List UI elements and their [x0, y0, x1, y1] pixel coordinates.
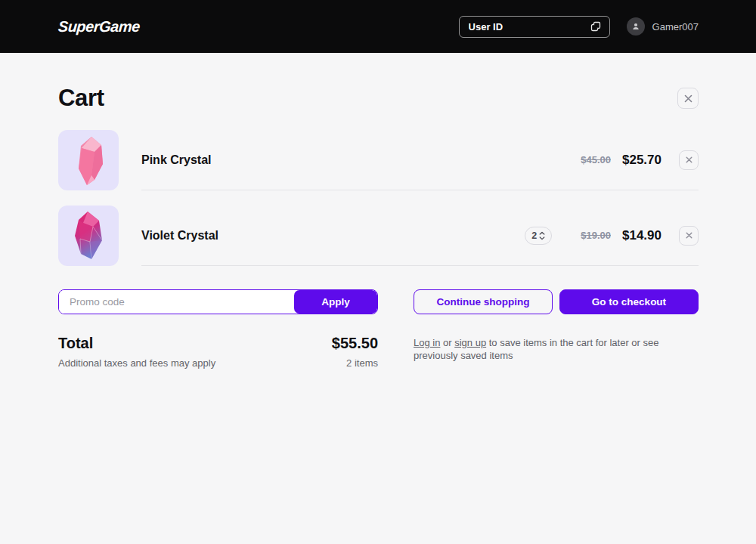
remove-icon: [685, 156, 693, 164]
go-to-checkout-button[interactable]: Go to checkout: [559, 289, 699, 314]
actions-column: Continue shopping Go to checkout Log in …: [414, 289, 699, 369]
item-thumbnail: [58, 130, 119, 190]
page-title: Cart: [58, 85, 104, 112]
avatar: [627, 17, 645, 36]
violet-crystal-image: [58, 206, 119, 266]
cart-item-violet-crystal: Violet Crystal 2 $19.00 $14.90: [58, 206, 699, 266]
user-id-input[interactable]: [469, 21, 589, 32]
total-label: Total: [58, 335, 93, 352]
cart-page: Cart Pink Crystal: [0, 53, 756, 369]
items-count: 2 items: [346, 357, 378, 369]
cart-item-pink-crystal: Pink Crystal $45.00 $25.70: [58, 130, 699, 190]
total-value: $55.50: [332, 335, 378, 352]
app-header: SuperGame: [0, 0, 756, 53]
item-row: Violet Crystal 2 $19.00 $14.90: [141, 206, 699, 266]
cart-header: Cart: [58, 85, 699, 112]
item-pricing: $45.00 $25.70: [581, 150, 699, 170]
item-price: $14.90: [622, 228, 662, 243]
summary-column: Apply Total $55.50 Additional taxes and …: [58, 289, 378, 369]
auth-note: Log in or sign up to save items in the c…: [414, 337, 686, 363]
username-label: Gamer007: [652, 21, 699, 32]
close-cart-button[interactable]: [677, 88, 699, 109]
apply-promo-button[interactable]: Apply: [294, 290, 377, 314]
pink-crystal-image: [58, 130, 119, 190]
user-icon: [631, 21, 641, 32]
remove-item-button[interactable]: [679, 150, 699, 170]
stepper-arrows-icon: [539, 231, 545, 240]
header-right: Gamer007: [459, 16, 699, 38]
quantity-value: 2: [531, 230, 537, 241]
taxes-note: Additional taxes and fees may apply: [58, 357, 215, 369]
total-row: Total $55.50: [58, 335, 378, 352]
item-old-price: $19.00: [581, 230, 611, 241]
copy-button[interactable]: [589, 20, 603, 33]
item-name: Violet Crystal: [141, 229, 218, 243]
promo-code-group: Apply: [58, 289, 378, 314]
promo-code-input[interactable]: [59, 290, 294, 314]
item-name: Pink Crystal: [141, 153, 211, 167]
user-id-box[interactable]: [459, 16, 610, 38]
continue-shopping-button[interactable]: Continue shopping: [414, 289, 553, 314]
log-in-link[interactable]: Log in: [414, 337, 440, 348]
close-icon: [683, 94, 693, 104]
logo: SuperGame: [57, 18, 140, 36]
cart-footer: Apply Total $55.50 Additional taxes and …: [58, 289, 699, 369]
item-pricing: 2 $19.00 $14.90: [525, 226, 699, 246]
copy-icon: [589, 20, 603, 33]
account-widget[interactable]: Gamer007: [627, 17, 699, 36]
remove-item-button[interactable]: [679, 226, 699, 246]
quantity-stepper[interactable]: 2: [525, 227, 552, 245]
item-thumbnail: [58, 206, 119, 266]
item-old-price: $45.00: [581, 154, 611, 165]
sign-up-link[interactable]: sign up: [454, 337, 486, 348]
item-price: $25.70: [622, 153, 662, 168]
remove-icon: [685, 231, 693, 240]
auth-note-text: or: [440, 337, 454, 348]
summary-subrow: Additional taxes and fees may apply 2 it…: [58, 357, 378, 369]
item-row: Pink Crystal $45.00 $25.70: [141, 130, 699, 190]
actions-row: Continue shopping Go to checkout: [414, 289, 699, 314]
